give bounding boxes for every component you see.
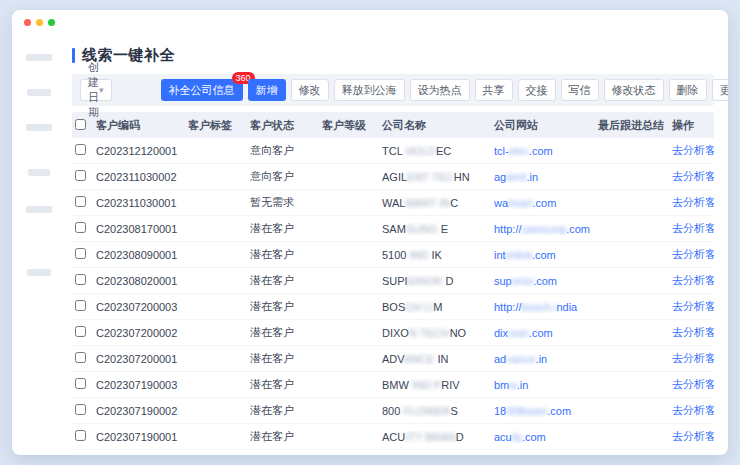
modify-status-button[interactable]: 修改状态 [604, 79, 664, 101]
analyze-customer-link[interactable]: 去分析客户 [672, 430, 714, 442]
sidebar-placeholder [27, 89, 51, 96]
toolbar: 创建日期 ▾ 补全公司信息 360 新增 修改 释放到公海 设为热点 共享 交接… [72, 74, 714, 106]
company-name: BMW IND PRIV [382, 379, 494, 391]
customer-status: 潜在客户 [250, 403, 322, 418]
more-button[interactable]: 更多... ▾ [712, 79, 728, 101]
analyze-customer-link[interactable]: 去分析客户 [672, 378, 714, 390]
company-website[interactable]: interlink.com [494, 249, 598, 261]
table-header: 客户编码 客户标签 客户状态 客户等级 公司名称 公司网站 最后跟进总结 操作 [72, 112, 714, 138]
row-checkbox[interactable] [75, 248, 86, 259]
window-maximize-icon[interactable] [48, 19, 55, 26]
table-row: C202311030002 意向客户 AGILENT TECHN agilent… [72, 164, 714, 190]
analyze-customer-link[interactable]: 去分析客户 [672, 222, 714, 234]
customer-status: 意向客户 [250, 169, 322, 184]
row-checkbox[interactable] [75, 404, 86, 415]
analyze-customer-link[interactable]: 去分析客户 [672, 404, 714, 416]
analyze-customer-link[interactable]: 去分析客户 [672, 248, 714, 260]
set-hotspot-button[interactable]: 设为热点 [410, 79, 470, 101]
row-checkbox[interactable] [75, 430, 86, 441]
column-header-status[interactable]: 客户状态 [250, 118, 322, 133]
complete-company-info-label: 补全公司信息 [169, 84, 235, 96]
row-checkbox[interactable] [75, 144, 86, 155]
date-filter-select[interactable]: 创建日期 ▾ [80, 79, 112, 101]
company-website[interactable]: bmw.in [494, 379, 598, 391]
select-all-checkbox[interactable] [75, 119, 86, 130]
company-website[interactable]: superior.com [494, 275, 598, 287]
delete-button[interactable]: 删除 [669, 79, 707, 101]
column-header-tag[interactable]: 客户标签 [188, 118, 250, 133]
company-website[interactable]: advance.in [494, 353, 598, 365]
column-header-code[interactable]: 客户编码 [96, 118, 188, 133]
customer-table: 客户编码 客户标签 客户状态 客户等级 公司名称 公司网站 最后跟进总结 操作 … [72, 112, 714, 450]
customer-code: C202307190002 [96, 405, 188, 417]
company-website[interactable]: tcl-elec.com [494, 145, 598, 157]
main-content: 线索一键补全 创建日期 ▾ 补全公司信息 360 新增 修改 释放到公海 设为热… [66, 34, 728, 455]
company-name: 800 FLOWERS [382, 405, 494, 417]
company-name: TCL HOLDEC [382, 145, 494, 157]
company-website[interactable]: acuity.com [494, 431, 598, 443]
modify-button[interactable]: 修改 [291, 79, 329, 101]
company-name: ACUITY BRAND [382, 431, 494, 443]
customer-status: 潜在客户 [250, 351, 322, 366]
share-button[interactable]: 共享 [475, 79, 513, 101]
row-checkbox[interactable] [75, 352, 86, 363]
sidebar-placeholder [28, 169, 50, 176]
sidebar-placeholder [27, 269, 51, 276]
company-website[interactable]: 1800flower.com [494, 405, 598, 417]
handover-button[interactable]: 交接 [518, 79, 556, 101]
table-row: C202307190003 潜在客户 BMW IND PRIV bmw.in 去… [72, 372, 714, 398]
analyze-customer-link[interactable]: 去分析客户 [672, 144, 714, 156]
customer-code: C202307200001 [96, 353, 188, 365]
company-website[interactable]: agilent.in [494, 171, 598, 183]
write-letter-button[interactable]: 写信 [561, 79, 599, 101]
column-header-website[interactable]: 公司网站 [494, 118, 598, 133]
company-website[interactable]: walmart.com [494, 197, 598, 209]
customer-code: C202307190001 [96, 431, 188, 443]
customer-status: 潜在客户 [250, 247, 322, 262]
analyze-customer-link[interactable]: 去分析客户 [672, 274, 714, 286]
company-website[interactable]: http://samsung.com [494, 223, 598, 235]
table-row: C202312120001 意向客户 TCL HOLDEC tcl-elec.c… [72, 138, 714, 164]
row-checkbox[interactable] [75, 196, 86, 207]
release-to-public-sea-button[interactable]: 释放到公海 [334, 79, 405, 101]
customer-status: 潜在客户 [250, 377, 322, 392]
company-name: DIXON TECHNO [382, 327, 494, 339]
row-checkbox[interactable] [75, 300, 86, 311]
analyze-customer-link[interactable]: 去分析客户 [672, 352, 714, 364]
analyze-customer-link[interactable]: 去分析客户 [672, 300, 714, 312]
window-close-icon[interactable] [24, 19, 31, 26]
customer-code: C202312120001 [96, 145, 188, 157]
company-name: WALMART INC [382, 197, 494, 209]
row-checkbox[interactable] [75, 378, 86, 389]
customer-code: C202307200003 [96, 301, 188, 313]
row-checkbox[interactable] [75, 274, 86, 285]
table-row: C202307200003 潜在客户 BOSCH LIM http://bosc… [72, 294, 714, 320]
complete-company-info-button[interactable]: 补全公司信息 360 [161, 79, 243, 101]
column-header-summary[interactable]: 最后跟进总结 [598, 118, 672, 133]
customer-code: C202308090001 [96, 249, 188, 261]
analyze-customer-link[interactable]: 去分析客户 [672, 170, 714, 182]
column-header-level[interactable]: 客户等级 [322, 118, 382, 133]
company-website[interactable]: dixonin.com [494, 327, 598, 339]
company-name: 5100 IND IK [382, 249, 494, 261]
customer-status: 潜在客户 [250, 429, 322, 444]
row-checkbox[interactable] [75, 222, 86, 233]
chevron-down-icon: ▾ [99, 85, 104, 95]
column-header-company[interactable]: 公司名称 [382, 118, 494, 133]
customer-status: 意向客户 [250, 143, 322, 158]
company-website[interactable]: http://bosch.india [494, 301, 598, 313]
analyze-customer-link[interactable]: 去分析客户 [672, 326, 714, 338]
column-header-action[interactable]: 操作 [672, 118, 714, 133]
window-minimize-icon[interactable] [36, 19, 43, 26]
customer-code: C202307200002 [96, 327, 188, 339]
company-name: AGILENT TECHN [382, 171, 494, 183]
customer-status: 潜在客户 [250, 221, 322, 236]
table-row: C202311030001 暂无需求 WALMART INC walmart.c… [72, 190, 714, 216]
sidebar-placeholder [26, 206, 52, 213]
row-checkbox[interactable] [75, 170, 86, 181]
add-button[interactable]: 新增 [248, 79, 286, 101]
analyze-customer-link[interactable]: 去分析客户 [672, 196, 714, 208]
date-filter-label: 创建日期 [88, 60, 99, 120]
row-checkbox[interactable] [75, 326, 86, 337]
more-button-label: 更多... [720, 83, 728, 98]
